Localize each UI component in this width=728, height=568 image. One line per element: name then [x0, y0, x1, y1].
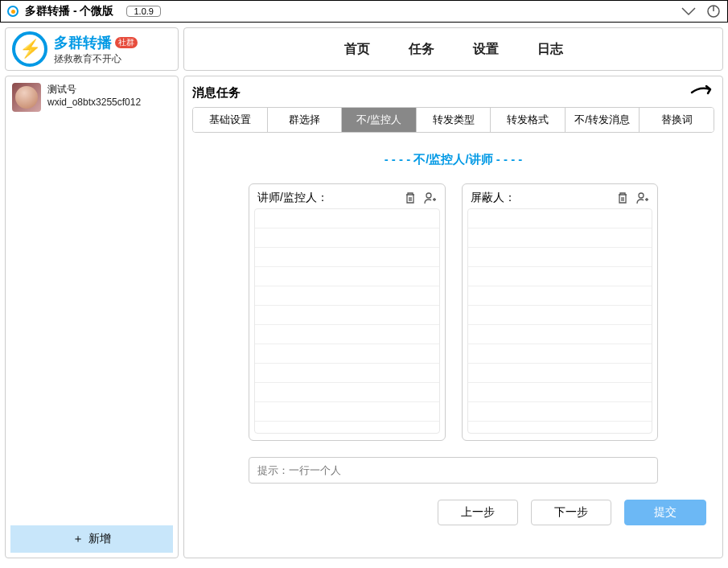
block-list-label: 屏蔽人：: [471, 191, 516, 205]
titlebar: 多群转播 - 个微版 1.0.9: [0, 0, 728, 23]
lecturer-list[interactable]: [254, 208, 440, 434]
content-panel: 消息任务 基础设置 群选择 不/监控人 转发类型 转发格式 不/转发消息 替换词…: [183, 76, 723, 558]
account-id: wxid_o8btx3255cf012: [47, 97, 141, 108]
panel-title: 消息任务: [192, 85, 241, 101]
nav-home[interactable]: 首页: [344, 41, 370, 58]
lecturer-list-box: 讲师/监控人：: [249, 183, 446, 441]
logo-badge: 社群: [115, 37, 138, 48]
avatar: [12, 83, 41, 112]
version-badge: 1.0.9: [126, 6, 160, 17]
nav-tasks[interactable]: 任务: [409, 41, 434, 58]
nav-bar: 首页 任务 设置 日志: [183, 27, 723, 71]
sidebar: 测试号 wxid_o8btx3255cf012 ＋ 新增: [5, 76, 179, 558]
block-list[interactable]: [467, 208, 653, 434]
account-name: 测试号: [47, 83, 141, 97]
tab-fwd-msg[interactable]: 不/转发消息: [566, 108, 640, 132]
power-icon[interactable]: [706, 4, 721, 19]
logo-title: 多群转播: [54, 33, 112, 52]
delete-icon[interactable]: [615, 191, 630, 205]
minimize-icon[interactable]: [681, 6, 697, 16]
tab-groups[interactable]: 群选择: [268, 108, 343, 132]
tab-monitor[interactable]: 不/监控人: [342, 108, 417, 132]
svg-point-2: [426, 193, 431, 198]
app-icon: [7, 6, 19, 17]
hint-input[interactable]: [249, 457, 658, 484]
add-button[interactable]: ＋ 新增: [10, 525, 173, 553]
add-button-label: 新增: [88, 532, 111, 546]
tab-fwd-format[interactable]: 转发格式: [491, 108, 566, 132]
next-button[interactable]: 下一步: [531, 500, 611, 525]
back-icon[interactable]: [690, 84, 714, 101]
tab-fwd-type[interactable]: 转发类型: [417, 108, 492, 132]
tabs: 基础设置 群选择 不/监控人 转发类型 转发格式 不/转发消息 替换词: [192, 107, 714, 133]
nav-logs[interactable]: 日志: [537, 41, 563, 58]
account-item[interactable]: 测试号 wxid_o8btx3255cf012: [6, 76, 178, 118]
add-person-icon[interactable]: [422, 191, 437, 205]
logo-subtitle: 拯救教育不开心: [54, 52, 138, 66]
window-title: 多群转播 - 个微版: [25, 4, 113, 19]
lecturer-list-label: 讲师/监控人：: [257, 191, 328, 205]
block-list-box: 屏蔽人：: [462, 183, 659, 441]
add-person-icon[interactable]: [635, 191, 649, 205]
nav-settings[interactable]: 设置: [473, 41, 499, 58]
delete-icon[interactable]: [403, 191, 417, 205]
logo-box: ⚡ 多群转播 社群 拯救教育不开心: [5, 27, 179, 71]
svg-point-3: [639, 193, 644, 198]
logo-icon: ⚡: [12, 31, 47, 67]
prev-button[interactable]: 上一步: [438, 500, 518, 525]
section-heading: - - - - 不/监控人/讲师 - - - -: [192, 133, 714, 183]
tab-replace[interactable]: 替换词: [640, 108, 714, 132]
tab-basic[interactable]: 基础设置: [193, 108, 268, 132]
plus-icon: ＋: [72, 532, 84, 546]
submit-button[interactable]: 提交: [624, 500, 706, 525]
